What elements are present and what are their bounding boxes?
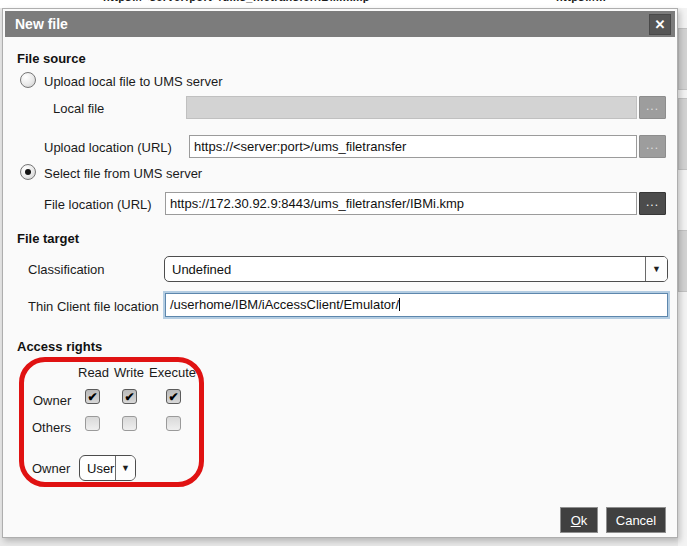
close-button[interactable]: ✕ [649, 14, 671, 35]
upload-local-radio[interactable] [20, 72, 36, 88]
classification-label: Classification [28, 262, 105, 277]
new-file-dialog: New file ✕ File source Upload local file… [2, 8, 678, 538]
owner-select[interactable]: User ▼ [79, 455, 136, 481]
owner-execute-checkbox[interactable]: ✔ [166, 389, 181, 404]
thin-client-location-value: /userhome/IBM/iAccessClient/Emulator/ [170, 297, 399, 312]
thin-client-location-input[interactable]: /userhome/IBM/iAccessClient/Emulator/ [165, 293, 668, 317]
background-widget-sliver [678, 98, 687, 170]
file-location-label: File location (URL) [44, 197, 152, 212]
background-widget-sliver [678, 230, 687, 292]
classification-select[interactable]: Undefined ▼ [164, 256, 668, 282]
others-row-label: Others [32, 420, 71, 435]
close-icon: ✕ [655, 18, 666, 31]
select-from-ums-radio-label[interactable]: Select file from UMS server [44, 166, 202, 181]
column-header-write: Write [114, 365, 144, 380]
section-heading-access-rights: Access rights [17, 339, 102, 354]
column-header-read: Read [78, 365, 109, 380]
background-clipped-text: https://<server:port>/ums_filetransfer/I… [103, 0, 370, 3]
owner-write-checkbox[interactable]: ✔ [122, 389, 137, 404]
select-from-ums-radio[interactable] [20, 164, 36, 180]
background-page-top: https://<server:port>/ums_filetransfer/I… [0, 0, 687, 8]
chevron-down-icon: ▼ [115, 456, 135, 480]
others-execute-checkbox[interactable] [166, 416, 181, 431]
local-file-label: Local file [53, 101, 104, 116]
chevron-down-icon: ▼ [645, 257, 667, 281]
ok-button-accelerator: O [571, 513, 581, 528]
owner-read-checkbox[interactable]: ✔ [85, 389, 100, 404]
column-header-execute: Execute [149, 365, 196, 380]
background-widget-sliver [678, 28, 687, 90]
local-file-input[interactable] [186, 96, 637, 119]
file-location-browse-button[interactable]: ... [639, 192, 666, 215]
section-heading-file-target: File target [17, 231, 79, 246]
file-location-input[interactable]: https://172.30.92.9:8443/ums_filetransfe… [165, 192, 637, 215]
text-caret [399, 298, 400, 311]
cancel-button[interactable]: Cancel [606, 507, 666, 533]
background-page-edge [678, 8, 687, 546]
owner-select-value: User [80, 461, 114, 476]
upload-location-browse-button[interactable]: ... [639, 135, 666, 158]
others-write-checkbox[interactable] [122, 416, 137, 431]
others-read-checkbox[interactable] [85, 416, 100, 431]
background-clipped-text: https://... [556, 0, 606, 3]
ok-button[interactable]: Ok [560, 507, 598, 533]
thin-client-location-label: Thin Client file location [28, 299, 159, 314]
section-heading-file-source: File source [17, 51, 86, 66]
upload-location-input[interactable]: https://<server:port>/ums_filetransfer [189, 135, 637, 158]
dialog-titlebar[interactable]: New file ✕ [5, 11, 675, 37]
local-file-browse-button[interactable]: ... [639, 96, 666, 119]
upload-location-label: Upload location (URL) [44, 140, 172, 155]
upload-local-radio-label[interactable]: Upload local file to UMS server [44, 74, 222, 89]
dialog-title: New file [15, 16, 68, 32]
owner-row-label: Owner [33, 393, 71, 408]
owner-select-label: Owner [32, 461, 70, 476]
classification-value: Undefined [165, 262, 231, 277]
ok-button-label: k [581, 513, 588, 528]
